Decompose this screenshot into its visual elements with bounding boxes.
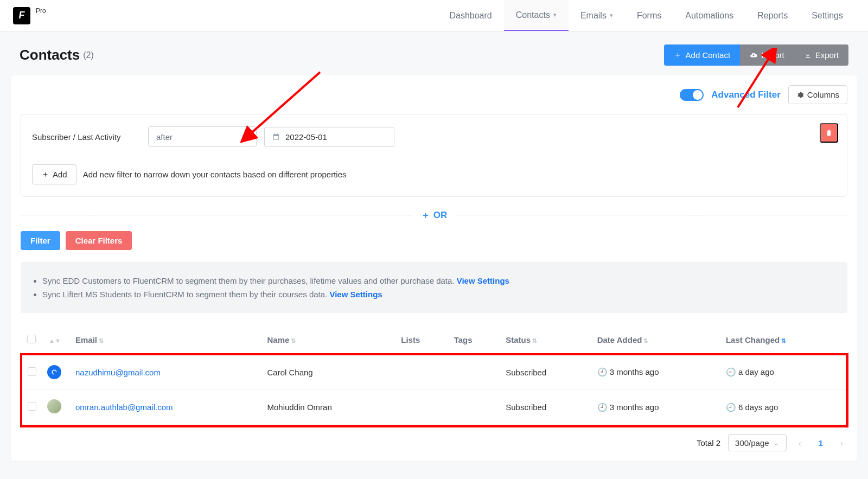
add-condition-label: Add [53,170,67,179]
import-label: Import [761,50,784,60]
table-row[interactable]: nazudhimu@gmail.comCarol ChangSubscribed… [22,355,847,389]
contact-date-added: 🕘3 months ago [592,355,720,389]
page: Contacts (2) ＋ Add Contact Import Export… [0,31,868,474]
condition-operator-select[interactable]: after ⌄ [148,126,257,147]
table-row[interactable]: omran.authlab@gmail.comMohiuddin OmranSu… [22,389,847,426]
condition-group: Subscriber / Last Activity after ⌄ 2022-… [21,114,847,197]
nav-reports[interactable]: Reports [745,0,800,31]
import-button[interactable]: Import [740,44,794,66]
pagination: Total 2 300/page ⌄ ‹ 1 › [21,434,847,451]
contact-last-changed: 🕘a day ago [720,355,847,389]
chevron-down-icon: ⌄ [773,438,780,448]
advanced-filter-toggle[interactable] [680,89,704,101]
contact-name: Mohiuddin Omran [262,389,396,426]
chevron-down-icon: ▾ [553,11,557,18]
page-title: Contacts [20,47,80,63]
avatar [47,365,61,379]
sort-icon: ⇅ [643,337,648,344]
nav-contacts-label: Contacts [516,10,550,20]
nav-dashboard[interactable]: Dashboard [437,0,503,31]
contact-status: Subscribed [500,389,591,426]
col-last-changed-label: Last Changed [726,335,780,344]
nav-settings[interactable]: Settings [800,0,855,31]
advanced-filter-label: Advanced Filter [711,90,781,100]
top-navigation: F Pro Dashboard Contacts ▾ Emails ▾ Form… [0,0,868,31]
nav-menu: Dashboard Contacts ▾ Emails ▾ Forms Auto… [437,0,855,31]
add-or-group-button[interactable]: ＋ OR [412,209,456,221]
main-card: Advanced Filter Columns Subscriber / Las… [11,75,857,461]
columns-button[interactable]: Columns [788,85,847,104]
nav-emails[interactable]: Emails ▾ [569,0,625,31]
condition-date-input[interactable]: 2022-05-01 [264,127,394,147]
select-all-checkbox[interactable] [27,335,36,343]
condition-field-label: Subscriber / Last Activity [32,132,141,142]
sort-icon: ⇅ [781,337,786,344]
col-last-changed[interactable]: Last Changed⇅ [720,326,847,355]
add-condition-hint: Add new filter to narrow down your conta… [83,170,347,179]
table-body: nazudhimu@gmail.comCarol ChangSubscribed… [22,355,847,426]
or-divider: ＋ OR [21,209,847,221]
col-email-label: Email [75,335,97,344]
plus-icon: ＋ [421,209,430,221]
contacts-table: ▲▼ Email⇅ Name⇅ Lists Tags Status⇅ Date … [21,326,847,426]
condition-operator-value: after [156,132,173,142]
col-email[interactable]: Email⇅ [70,326,262,355]
col-name-label: Name [267,335,290,344]
logo-wrap: F Pro [13,7,46,24]
add-contact-label: Add Contact [686,50,731,60]
info-panel: Sync EDD Customers to FluentCRM to segme… [21,262,847,313]
add-condition-row: ＋ Add Add new filter to narrow down your… [32,164,836,184]
clock-icon: 🕘 [726,367,736,376]
condition-row: Subscriber / Last Activity after ⌄ 2022-… [32,126,836,147]
nav-automations[interactable]: Automations [673,0,745,31]
clear-filters-button[interactable]: Clear Filters [66,231,132,250]
row-checkbox[interactable] [28,402,36,411]
contact-tags [449,355,501,389]
col-lists[interactable]: Lists [395,326,448,355]
per-page-value: 300/page [735,438,769,448]
page-header: Contacts (2) ＋ Add Contact Import Export [11,44,857,66]
view-settings-link[interactable]: View Settings [329,290,382,299]
plus-icon: ＋ [41,169,49,180]
info-text: Sync LifterLMS Students to FluentCRM to … [42,290,329,299]
contact-email-link[interactable]: omran.authlab@gmail.com [75,403,173,412]
chevron-down-icon: ▾ [610,12,613,19]
pager-next[interactable]: › [836,438,847,448]
contact-date-added: 🕘3 months ago [592,389,720,426]
contact-name: Carol Chang [262,355,396,389]
contact-email-link[interactable]: nazudhimu@gmail.com [75,368,161,377]
contact-status: Subscribed [500,355,591,389]
apply-filter-button[interactable]: Filter [21,231,60,250]
pager-current[interactable]: 1 [813,438,828,448]
view-settings-link[interactable]: View Settings [457,276,509,285]
export-button[interactable]: Export [794,44,848,66]
info-text: Sync EDD Customers to FluentCRM to segme… [42,276,457,285]
sort-icon[interactable]: ▲▼ [49,337,61,344]
nav-forms[interactable]: Forms [625,0,673,31]
pager-prev[interactable]: ‹ [794,438,806,448]
table-header-row: ▲▼ Email⇅ Name⇅ Lists Tags Status⇅ Date … [22,326,847,355]
cloud-upload-icon [750,52,757,59]
contact-last-changed: 🕘6 days ago [720,389,847,426]
add-contact-button[interactable]: ＋ Add Contact [664,44,741,66]
divider-line [456,215,847,215]
contact-tags [449,389,501,426]
sort-icon: ⇅ [532,337,537,344]
delete-condition-button[interactable] [820,123,838,143]
add-condition-button[interactable]: ＋ Add [32,164,76,184]
avatar [47,399,61,413]
trash-icon [825,129,833,137]
col-name[interactable]: Name⇅ [262,326,396,355]
per-page-select[interactable]: 300/page ⌄ [728,434,787,451]
contact-lists [395,355,448,389]
col-status[interactable]: Status⇅ [500,326,591,355]
nav-contacts[interactable]: Contacts ▾ [504,0,569,31]
col-tags[interactable]: Tags [449,326,501,355]
row-checkbox[interactable] [28,367,36,376]
filter-action-buttons: Filter Clear Filters [21,231,847,250]
or-label: OR [433,210,448,221]
export-label: Export [815,50,839,60]
col-date-added[interactable]: Date Added⇅ [592,326,720,355]
header-actions: ＋ Add Contact Import Export [664,44,848,66]
clock-icon: 🕘 [597,367,608,376]
